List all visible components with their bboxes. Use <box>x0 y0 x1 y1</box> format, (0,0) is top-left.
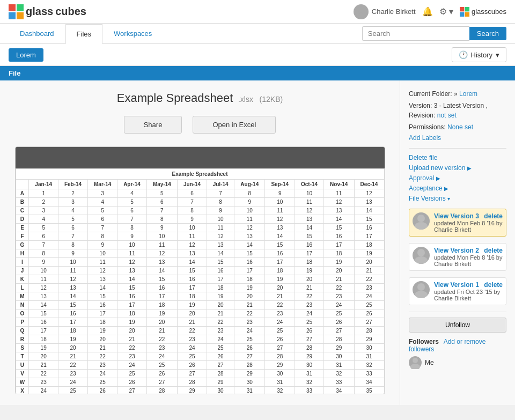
file-versions-arrow: ▾ <box>447 196 450 202</box>
current-folder-link[interactable]: Lorem <box>459 90 477 98</box>
revision-link[interactable]: not set <box>437 112 457 119</box>
permissions-link[interactable]: None set <box>447 123 473 131</box>
sidebar: Current Folder: » Lorem Version: 3 - Lat… <box>400 80 515 405</box>
nav-bar: Dashboard Files Workspaces Search <box>0 24 515 44</box>
file-name: Example Spreadsheet <box>117 91 233 105</box>
file-versions-text: File Versions <box>409 195 446 202</box>
version-label: Version: <box>409 102 432 109</box>
approval-link[interactable]: Approval ▶ <box>409 174 506 182</box>
version-info-1: View Version 3deleteupdated Mon Feb 8 '1… <box>434 212 503 233</box>
logo-text-cubes: cubes <box>55 5 86 18</box>
spreadsheet-chrome-bar <box>16 147 385 168</box>
version-row: Version: 3 - Latest Version , Revision: … <box>409 101 506 120</box>
svg-point-4 <box>358 6 364 13</box>
version-value: 3 - Latest Version <box>434 102 484 109</box>
logo-text-glass: glass <box>26 5 53 18</box>
followers-section: Followers Add or remove followers Me <box>409 338 506 369</box>
follower-avatar <box>409 356 422 369</box>
svg-rect-8 <box>460 12 464 16</box>
history-button[interactable]: 🕐 History ▾ <box>452 47 506 62</box>
spreadsheet-table-wrapper[interactable]: Example SpreadsheetJan-14Feb-14Mar-14Apr… <box>16 168 385 394</box>
current-folder-row: Current Folder: » Lorem <box>409 89 506 99</box>
file-ext: .xlsx <box>238 95 253 104</box>
acceptance-link[interactable]: Acceptance ▶ <box>409 185 506 192</box>
version-item-3: View Version 1deleteupdated Fri Oct 23 '… <box>409 277 506 305</box>
lorem-button[interactable]: Lorem <box>9 48 43 62</box>
upload-version-text: Upload new version <box>409 164 465 172</box>
nav-tabs: Dashboard Files Workspaces <box>9 24 163 43</box>
version-list: View Version 3deleteupdated Mon Feb 8 '1… <box>409 209 506 305</box>
acceptance-arrow: ▶ <box>444 186 448 191</box>
svg-rect-0 <box>9 4 16 11</box>
share-button[interactable]: Share <box>124 116 182 134</box>
sidebar-actions: Delete file Upload new version ▶ Approva… <box>409 154 506 202</box>
logo: glasscubes <box>9 4 86 19</box>
upload-new-version-link[interactable]: Upload new version ▶ <box>409 164 506 172</box>
approval-text: Approval <box>409 174 434 182</box>
version-delete-1[interactable]: delete <box>484 212 503 220</box>
follower-item: Me <box>409 356 506 369</box>
svg-rect-2 <box>9 12 16 19</box>
version-link-2[interactable]: View Version 2 <box>434 247 479 254</box>
permissions-row: Permissions: None set <box>409 122 506 132</box>
version-item-2: View Version 2deleteupdated Mon Feb 8 '1… <box>409 243 506 271</box>
tab-files[interactable]: Files <box>65 24 102 44</box>
folder-arrow: » <box>454 90 459 98</box>
avatar <box>354 4 369 19</box>
follower-name: Me <box>425 359 434 366</box>
tab-workspaces[interactable]: Workspaces <box>102 24 163 43</box>
add-labels-link[interactable]: Add Labels <box>409 134 441 142</box>
acceptance-text: Acceptance <box>409 185 443 192</box>
search-input[interactable] <box>362 26 469 41</box>
bell-icon[interactable]: 🔔 <box>422 6 433 17</box>
version-info-2: View Version 2deleteupdated Mon Feb 8 '1… <box>434 247 503 267</box>
svg-point-15 <box>415 291 428 298</box>
divider-2 <box>409 312 506 312</box>
file-versions-link[interactable]: File Versions ▾ <box>409 195 506 202</box>
main-content: Example Spreadsheet .xlsx (12KB) Share O… <box>0 80 515 405</box>
version-delete-2[interactable]: delete <box>484 247 503 254</box>
version-link-3[interactable]: View Version 1 <box>434 281 479 289</box>
version-avatar-1 <box>413 212 430 230</box>
svg-point-11 <box>415 222 428 230</box>
history-icon: 🕐 <box>459 50 468 59</box>
delete-file-link[interactable]: Delete file <box>409 154 506 161</box>
file-title-bar: Example Spreadsheet .xlsx (12KB) <box>11 91 389 105</box>
version-meta-1: updated Mon Feb 8 '16 by Charlie Birkett <box>434 220 503 233</box>
action-bar: Lorem 🕐 History ▾ <box>0 44 515 66</box>
svg-rect-9 <box>465 12 469 16</box>
permissions-label: Permissions: <box>409 123 446 131</box>
unfollow-button[interactable]: Unfollow <box>409 318 506 333</box>
current-folder-label: Current Folder: <box>409 90 452 98</box>
gear-icon[interactable]: ⚙ ▾ <box>439 6 453 17</box>
version-avatar-3 <box>413 281 430 298</box>
spreadsheet-preview: Example SpreadsheetJan-14Feb-14Mar-14Apr… <box>15 146 385 394</box>
svg-point-5 <box>356 13 366 19</box>
svg-rect-3 <box>17 12 24 19</box>
version-item-1: View Version 3deleteupdated Mon Feb 8 '1… <box>409 209 506 237</box>
top-bar: glasscubes Charlie Birkett 🔔 ⚙ ▾ glasscu… <box>0 0 515 24</box>
svg-point-17 <box>410 364 420 369</box>
svg-point-12 <box>417 249 425 256</box>
version-info-3: View Version 1deleteupdated Fri Oct 23 '… <box>434 281 503 301</box>
logo-icon <box>9 4 24 19</box>
approval-arrow: ▶ <box>436 175 440 181</box>
version-delete-3[interactable]: delete <box>484 281 503 289</box>
version-link-1[interactable]: View Version 3 <box>434 212 479 220</box>
svg-point-14 <box>417 283 425 291</box>
open-excel-button[interactable]: Open in Excel <box>193 116 276 134</box>
search-bar: Search <box>362 26 506 41</box>
search-button[interactable]: Search <box>469 27 506 40</box>
brand-logo-right: glasscubes <box>460 7 506 17</box>
tab-dashboard[interactable]: Dashboard <box>9 24 65 43</box>
user-name: Charlie Birkett <box>372 8 416 16</box>
version-meta-2: updated Mon Feb 8 '16 by Charlie Birkett <box>434 254 503 267</box>
file-size: (12KB) <box>260 95 283 104</box>
svg-rect-1 <box>17 4 24 11</box>
version-avatar-2 <box>413 247 430 264</box>
sidebar-meta: Current Folder: » Lorem Version: 3 - Lat… <box>409 89 506 142</box>
divider-1 <box>409 148 506 149</box>
version-meta-3: updated Fri Oct 23 '15 by Charlie Birket… <box>434 289 503 301</box>
svg-point-16 <box>413 358 418 363</box>
user-info: Charlie Birkett <box>354 4 416 19</box>
